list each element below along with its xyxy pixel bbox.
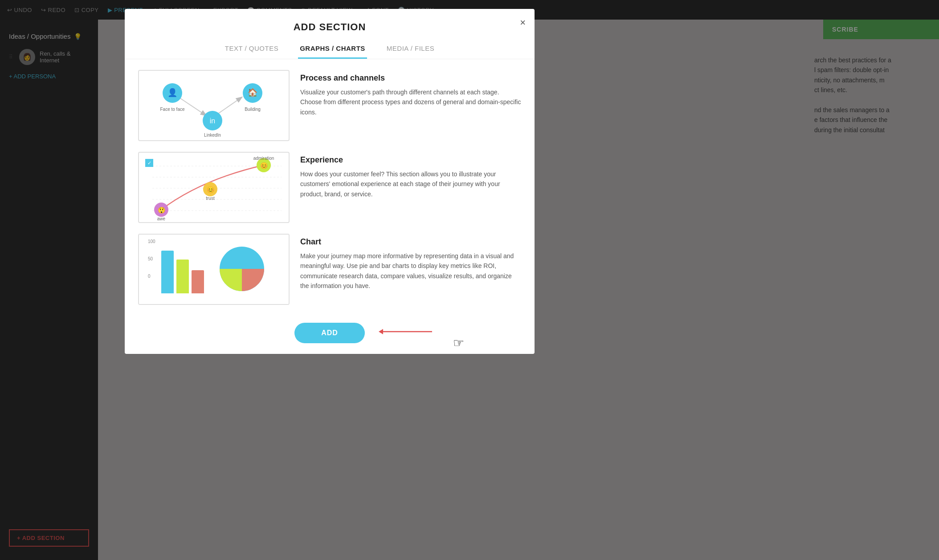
chart-preview: 100 50 0 [138, 234, 290, 305]
svg-text:awe: awe [157, 216, 166, 221]
bar-green [176, 260, 189, 293]
svg-text:👤: 👤 [167, 88, 178, 97]
svg-text:LinkedIn: LinkedIn [204, 133, 221, 138]
process-section-desc: Visualize your customer's path through d… [300, 87, 521, 117]
process-section-info: Process and channels Visualize your cust… [300, 70, 521, 117]
add-section-modal: ADD SECTION × TEXT / QUOTES GRAPHS / CHA… [125, 9, 535, 354]
experience-chart-svg: 😲 awe 😊 trust 😊 admiration [139, 153, 290, 223]
process-section-name: Process and channels [300, 73, 521, 83]
modal-tabs: TEXT / QUOTES GRAPHS / CHARTS MEDIA / FI… [125, 33, 535, 59]
experience-checkbox: ✓ [145, 159, 153, 167]
tab-graphs-charts[interactable]: GRAPHS / CHARTS [298, 40, 367, 59]
svg-text:😊: 😊 [260, 162, 268, 170]
modal-body: 👤 Face to face 🏠 Building in LinkedIn Pr… [125, 59, 535, 316]
process-diagram-svg: 👤 Face to face 🏠 Building in LinkedIn [139, 71, 290, 141]
svg-text:trust: trust [206, 196, 215, 201]
arrow-indicator-svg [379, 323, 437, 341]
close-button[interactable]: × [520, 18, 526, 28]
svg-text:😊: 😊 [207, 186, 215, 194]
bar-chart [161, 240, 204, 293]
modal-footer: ADD ☞ [125, 316, 535, 354]
svg-line-0 [179, 97, 206, 115]
chart-label-0: 0 [148, 274, 155, 279]
chart-section-desc: Make your journey map more informative b… [300, 251, 521, 291]
chart-section-info: Chart Make your journey map more informa… [300, 234, 521, 291]
bar-teal [161, 251, 174, 293]
experience-section-info: Experience How does your customer feel? … [300, 152, 521, 199]
chart-section-name: Chart [300, 237, 521, 247]
svg-marker-27 [379, 329, 383, 334]
modal-header: ADD SECTION × [125, 9, 535, 33]
chart-label-100: 100 [148, 239, 155, 244]
section-item-chart: 100 50 0 [138, 234, 521, 305]
add-button[interactable]: ADD [294, 323, 365, 343]
experience-preview: ✓ 😲 awe 😊 trust [138, 152, 290, 223]
svg-text:Building: Building [245, 107, 261, 112]
tab-text-quotes[interactable]: TEXT / QUOTES [223, 40, 280, 59]
experience-section-desc: How does your customer feel? This sectio… [300, 169, 521, 199]
process-preview: 👤 Face to face 🏠 Building in LinkedIn [138, 70, 290, 141]
section-item-experience: ✓ 😲 awe 😊 trust [138, 152, 521, 223]
cursor-hand-icon: ☞ [453, 336, 464, 350]
svg-text:😲: 😲 [158, 207, 166, 214]
tab-media-files[interactable]: MEDIA / FILES [385, 40, 436, 59]
chart-y-labels: 100 50 0 [148, 239, 155, 279]
modal-title: ADD SECTION [138, 21, 521, 33]
bar-red [192, 270, 204, 293]
svg-text:in: in [210, 117, 215, 125]
pie-chart-svg [217, 244, 266, 293]
experience-section-name: Experience [300, 155, 521, 165]
svg-text:🏠: 🏠 [248, 88, 258, 97]
chart-label-50: 50 [148, 256, 155, 261]
svg-text:admiration: admiration [253, 156, 274, 161]
section-item-process: 👤 Face to face 🏠 Building in LinkedIn Pr… [138, 70, 521, 141]
svg-text:Face to face: Face to face [160, 107, 184, 112]
